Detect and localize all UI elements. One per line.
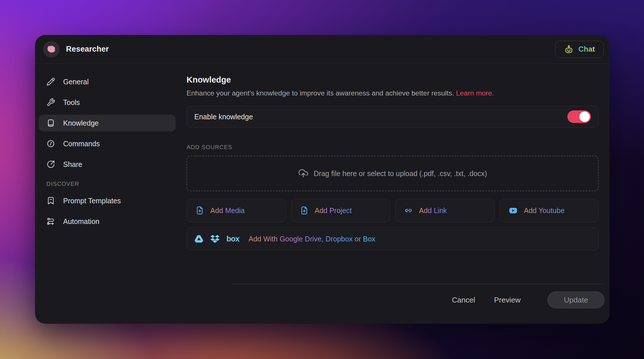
cancel-button[interactable]: Cancel	[452, 296, 475, 305]
slash-command-icon	[46, 139, 55, 148]
sidebar-item-general[interactable]: General	[38, 73, 176, 90]
page-description: Enhance your agent's knowledge to improv…	[187, 89, 599, 97]
file-plus-icon	[195, 206, 204, 215]
add-youtube-label: Add Youtube	[524, 206, 565, 215]
sidebar-item-label: Tools	[63, 98, 80, 107]
dialog-footer: Cancel Preview Update	[231, 284, 606, 308]
avatar	[43, 41, 60, 58]
update-button[interactable]: Update	[548, 292, 604, 308]
sidebar-item-label: Share	[63, 160, 82, 169]
cloud-import-row[interactable]: box Add With Google Drive, Dropbox or Bo…	[187, 227, 599, 250]
chat-button[interactable]: Chat	[555, 41, 604, 58]
share-icon	[46, 160, 55, 169]
wrench-icon	[46, 98, 55, 107]
book-icon	[46, 119, 55, 127]
toggle-knob	[579, 112, 590, 122]
add-project-label: Add Project	[315, 206, 352, 215]
sidebar-item-label: Commands	[63, 140, 100, 148]
description-text: Enhance your agent's knowledge to improv…	[187, 89, 454, 97]
link-icon	[404, 206, 413, 215]
enable-knowledge-toggle[interactable]	[567, 110, 591, 123]
sidebar-item-tools[interactable]: Tools	[38, 94, 176, 111]
agent-settings-dialog: Researcher Chat General	[35, 35, 610, 324]
sidebar-item-prompt-templates[interactable]: Prompt Templates	[38, 192, 176, 209]
sidebar-item-label: General	[63, 78, 89, 86]
sidebar-item-label: Knowledge	[63, 119, 99, 127]
add-media-button[interactable]: Add Media	[187, 199, 286, 222]
agent-title: Researcher	[66, 45, 109, 54]
learn-more-link[interactable]: Learn more.	[456, 89, 494, 97]
sidebar-item-commands[interactable]: Commands	[38, 135, 176, 152]
dropzone-text: Drag file here or select to upload (.pdf…	[314, 169, 487, 178]
sidebar-item-share[interactable]: Share	[38, 156, 176, 173]
preview-button[interactable]: Preview	[494, 296, 521, 305]
dropbox-icon	[210, 234, 220, 243]
file-plus-icon	[300, 206, 309, 215]
cloud-import-label: Add With Google Drive, Dropbox or Box	[249, 235, 375, 243]
page-title: Knowledge	[187, 75, 599, 85]
add-source-buttons: Add Media Add Project Add Link	[187, 199, 599, 222]
route-icon	[46, 217, 55, 226]
upload-cloud-icon	[298, 168, 309, 179]
google-drive-icon	[194, 234, 203, 243]
box-icon: box	[226, 235, 239, 243]
sidebar-item-automation[interactable]: Automation	[38, 213, 176, 230]
sidebar-item-label: Prompt Templates	[63, 197, 121, 205]
enable-knowledge-label: Enable knowledge	[194, 113, 253, 121]
add-project-button[interactable]: Add Project	[291, 199, 390, 222]
discover-heading: DISCOVER	[46, 181, 176, 187]
add-sources-heading: ADD SOURCES	[187, 144, 599, 151]
brain-icon	[46, 44, 57, 54]
sidebar-item-knowledge[interactable]: Knowledge	[38, 115, 176, 131]
pencil-icon	[46, 77, 55, 86]
sidebar: General Tools Knowledge Commands	[35, 64, 181, 324]
add-youtube-button[interactable]: Add Youtube	[500, 199, 599, 222]
bookmark-icon	[46, 196, 55, 205]
robot-icon	[564, 44, 574, 54]
enable-knowledge-row: Enable knowledge	[187, 106, 599, 128]
file-dropzone[interactable]: Drag file here or select to upload (.pdf…	[187, 156, 599, 191]
add-media-label: Add Media	[210, 206, 245, 215]
youtube-icon	[509, 206, 518, 215]
add-link-button[interactable]: Add Link	[395, 199, 494, 222]
dialog-header: Researcher Chat	[35, 35, 610, 64]
add-link-label: Add Link	[419, 206, 447, 215]
sidebar-item-label: Automation	[63, 217, 99, 226]
chat-button-label: Chat	[578, 45, 595, 54]
